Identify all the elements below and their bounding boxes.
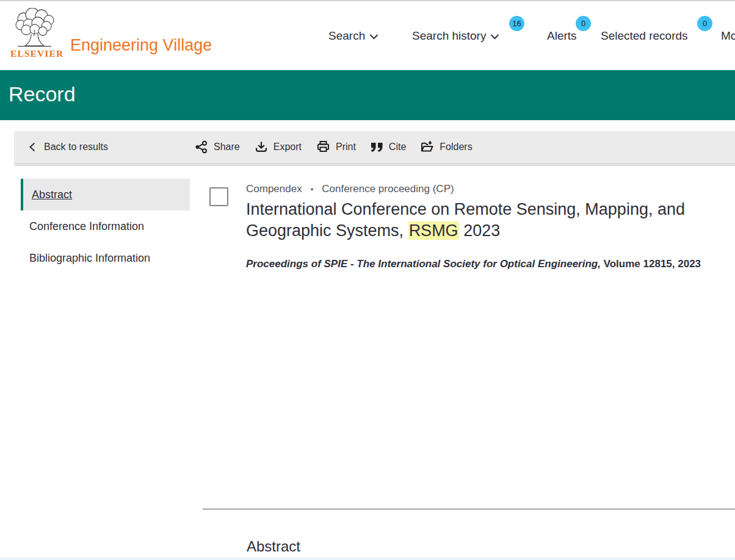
folders-button[interactable]: Folders [420,140,472,154]
nav-selected-records[interactable]: Selected records [601,29,688,43]
print-label: Print [336,142,356,153]
selected-records-count-badge: 0 [697,16,712,31]
nav-more-label: More [721,29,735,43]
printer-icon [316,140,331,154]
record-title-year: 2023 [459,221,501,240]
product-name[interactable]: Engineering Village [70,36,212,55]
search-history-count-badge: 16 [509,16,524,31]
folder-add-icon [420,140,435,154]
source-volume-year: Volume 12815, 2023 [601,258,701,270]
back-to-results-button[interactable]: Back to results [24,131,112,163]
elsevier-tree-icon [10,8,59,48]
meta-separator: • [311,185,314,194]
nav-search-history[interactable]: Search history [412,29,499,43]
bottom-strip [0,558,735,560]
abstract-section-heading: Abstract [247,538,300,555]
page-title: Record [9,82,76,106]
chevron-down-icon [490,34,499,40]
elsevier-logo[interactable]: ELSEVIER [10,8,59,59]
sidebar-item-conference-information[interactable]: Conference Information [29,220,144,233]
cite-button[interactable]: Cite [370,140,406,154]
document-type-label: Conference proceeding (CP) [322,183,454,195]
quote-icon [370,140,384,154]
record-meta: Compendex • Conference proceeding (CP) [246,183,454,195]
export-button[interactable]: Export [254,140,302,154]
nav-selected-records-label: Selected records [601,29,688,43]
share-label: Share [214,142,240,153]
cite-label: Cite [389,142,406,153]
nav-alerts[interactable]: Alerts [547,29,577,43]
back-to-results-label: Back to results [44,142,108,153]
search-term-highlight: RSMG [408,221,459,240]
record-toolbar: Back to results Share [14,131,735,166]
elsevier-wordmark: ELSEVIER [10,48,59,59]
share-icon [194,140,209,154]
nav-search-label: Search [328,29,365,43]
sidebar-item-abstract[interactable]: Abstract [21,179,190,210]
download-icon [254,140,269,154]
nav-more[interactable]: More [721,29,735,43]
nav-alerts-label: Alerts [547,29,577,43]
toolbar-actions: Share Export [194,131,472,163]
share-button[interactable]: Share [194,140,240,154]
nav-search[interactable]: Search [328,29,378,43]
record-select-checkbox[interactable] [209,187,228,206]
section-divider [203,509,735,509]
print-button[interactable]: Print [316,140,356,154]
chevron-down-icon [369,34,378,40]
export-label: Export [273,142,302,153]
alerts-count-badge: 0 [576,16,591,31]
source-journal-name: Proceedings of SPIE - The International … [246,258,601,270]
sidebar-item-bibliographic-information[interactable]: Bibliographic Information [29,252,150,265]
record-title: International Conference on Remote Sensi… [246,199,735,242]
top-divider [0,0,735,1]
database-label: Compendex [246,183,302,195]
record-banner: Record [0,70,735,120]
record-source: Proceedings of SPIE - The International … [246,258,701,270]
folders-label: Folders [440,142,472,153]
engineering-village-record-page: ELSEVIER Engineering Village Search Sear… [0,0,735,560]
chevron-left-icon [28,142,36,152]
sidebar-item-abstract-label: Abstract [32,188,72,201]
nav-search-history-label: Search history [412,29,486,43]
